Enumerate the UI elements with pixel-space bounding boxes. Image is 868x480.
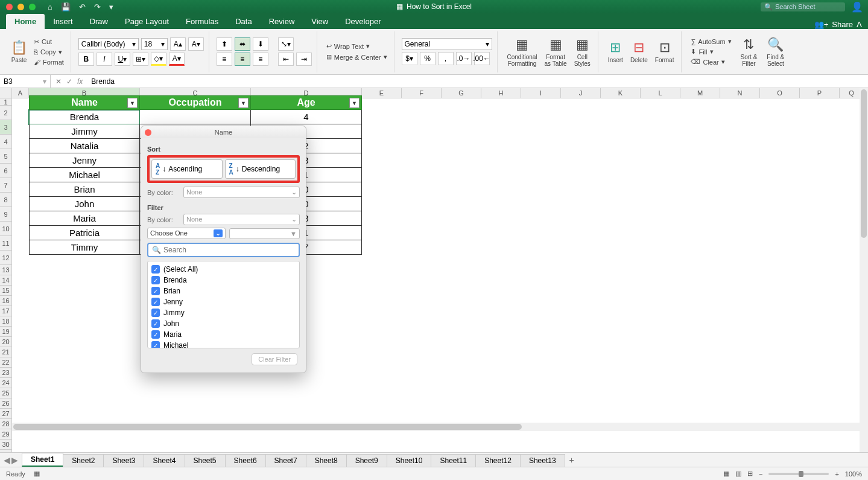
add-sheet-button[interactable]: +	[565, 453, 579, 467]
column-header-A[interactable]: A	[12, 88, 29, 98]
table-cell-name[interactable]: Brian	[29, 182, 140, 197]
table-cell-age[interactable]: 4	[251, 110, 362, 124]
zoom-in-button[interactable]: +	[835, 470, 838, 478]
format-painter-button[interactable]: 🖌 Format	[32, 58, 66, 66]
sheet-tab-sheet6[interactable]: Sheet6	[225, 454, 266, 467]
fx-icon[interactable]: fx	[77, 77, 83, 86]
row-header-1[interactable]: 1	[0, 98, 12, 106]
column-header-E[interactable]: E	[362, 88, 402, 98]
table-cell-name[interactable]: Jimmy	[29, 124, 140, 139]
filter-item[interactable]: ✓Jimmy	[151, 307, 296, 318]
column-header-N[interactable]: N	[720, 88, 760, 98]
column-header-H[interactable]: H	[481, 88, 521, 98]
view-pagebreak-icon[interactable]: ⊞	[747, 470, 753, 478]
format-cells-button[interactable]: ⊡Format	[653, 39, 677, 65]
row-header-11[interactable]: 11	[0, 236, 12, 251]
row-header-17[interactable]: 17	[0, 306, 12, 316]
sheet-tab-sheet8[interactable]: Sheet8	[306, 454, 347, 467]
table-cell-name[interactable]: Maria	[29, 211, 140, 226]
checkbox-icon[interactable]: ✓	[151, 287, 160, 295]
currency-button[interactable]: $▾	[402, 52, 417, 65]
horizontal-scrollbar[interactable]	[12, 423, 860, 431]
filter-item[interactable]: ✓Michael	[151, 340, 296, 348]
maximize-icon[interactable]	[29, 4, 36, 10]
increase-indent-button[interactable]: ⇥	[296, 53, 312, 66]
column-header-L[interactable]: L	[641, 88, 680, 98]
underline-button[interactable]: U▾	[115, 53, 130, 66]
row-header-28[interactable]: 28	[0, 419, 12, 429]
sheet-tab-sheet12[interactable]: Sheet12	[475, 454, 521, 467]
zoom-slider[interactable]	[768, 473, 829, 475]
row-header-20[interactable]: 20	[0, 337, 12, 347]
increase-decimal-button[interactable]: .0→	[456, 52, 472, 65]
sheet-tab-sheet1[interactable]: Sheet1	[22, 453, 63, 467]
increase-font-button[interactable]: A▴	[170, 37, 186, 51]
formula-input[interactable]: Brenda	[87, 77, 868, 86]
merge-center-button[interactable]: ⊞ Merge & Center ▾	[325, 53, 389, 62]
minimize-icon[interactable]	[17, 4, 24, 10]
table-cell-name[interactable]: Michael	[29, 168, 140, 182]
insert-cells-button[interactable]: ⊞Insert	[606, 39, 626, 65]
tab-review[interactable]: Review	[261, 14, 303, 29]
row-header-14[interactable]: 14	[0, 275, 12, 286]
row-header-16[interactable]: 16	[0, 296, 12, 306]
sheet-tab-sheet3[interactable]: Sheet3	[103, 454, 144, 467]
name-box[interactable]: B3▾	[0, 75, 51, 88]
undo-icon[interactable]: ↶	[79, 2, 86, 11]
table-cell-name[interactable]: Brenda	[29, 110, 140, 124]
row-header-2[interactable]: 2	[0, 106, 12, 120]
row-header-23[interactable]: 23	[0, 368, 12, 378]
row-header-6[interactable]: 6	[0, 164, 12, 178]
row-header-10[interactable]: 10	[0, 222, 12, 236]
column-header-I[interactable]: I	[521, 88, 561, 98]
italic-button[interactable]: I	[97, 53, 112, 66]
align-bottom-button[interactable]: ⬇	[253, 37, 268, 51]
row-header-12[interactable]: 12	[0, 251, 12, 265]
row-header-18[interactable]: 18	[0, 316, 12, 327]
table-cell-name[interactable]: Patricia	[29, 226, 140, 240]
checkbox-icon[interactable]: ✓	[151, 319, 160, 328]
checkbox-icon[interactable]: ✓	[151, 330, 160, 339]
row-header-26[interactable]: 26	[0, 398, 12, 409]
cancel-icon[interactable]: ✕	[55, 77, 62, 86]
fill-color-button[interactable]: ◇▾	[151, 53, 166, 66]
sheet-tab-sheet5[interactable]: Sheet5	[185, 454, 226, 467]
filter-item[interactable]: ✓Jenny	[151, 296, 296, 307]
borders-button[interactable]: ⊞▾	[133, 53, 148, 66]
tab-view[interactable]: View	[303, 14, 337, 29]
sheet-tab-sheet11[interactable]: Sheet11	[431, 454, 476, 467]
row-header-8[interactable]: 8	[0, 193, 12, 207]
row-header-19[interactable]: 19	[0, 327, 12, 337]
font-color-button[interactable]: A▾	[169, 53, 185, 66]
column-header-M[interactable]: M	[680, 88, 720, 98]
table-cell-occupation[interactable]	[140, 110, 251, 124]
user-icon[interactable]: 👤	[851, 1, 863, 13]
decrease-decimal-button[interactable]: .00←	[474, 52, 490, 65]
vertical-scrollbar[interactable]	[860, 88, 868, 459]
row-header-9[interactable]: 9	[0, 207, 12, 222]
sheet-tab-sheet10[interactable]: Sheet10	[387, 454, 432, 467]
format-as-table-button[interactable]: ▦Format as Table	[542, 36, 569, 68]
tab-draw[interactable]: Draw	[81, 14, 116, 29]
select-all-corner[interactable]	[0, 88, 12, 98]
collapse-ribbon-icon[interactable]: ᐱ	[857, 20, 862, 29]
sort-bycolor-select[interactable]: None⌄	[183, 187, 300, 198]
column-header-K[interactable]: K	[601, 88, 641, 98]
macro-icon[interactable]: ▦	[34, 470, 40, 478]
share-button[interactable]: Share	[832, 20, 853, 29]
table-cell-name[interactable]: Natalia	[29, 139, 140, 153]
row-header-21[interactable]: 21	[0, 347, 12, 357]
delete-cells-button[interactable]: ⊟Delete	[628, 39, 650, 65]
sheet-tab-sheet13[interactable]: Sheet13	[520, 454, 565, 467]
align-left-button[interactable]: ≡	[217, 53, 232, 66]
filter-button-age[interactable]: ▼	[349, 98, 360, 108]
sheet-tab-sheet4[interactable]: Sheet4	[144, 454, 185, 467]
row-header-13[interactable]: 13	[0, 265, 12, 275]
filter-button-occupation[interactable]: ▼	[238, 98, 249, 108]
filter-bycolor-select[interactable]: None⌄	[183, 214, 300, 225]
filter-search-input[interactable]: 🔍	[147, 243, 300, 257]
row-header-29[interactable]: 29	[0, 429, 12, 440]
row-header-3[interactable]: 3	[0, 120, 12, 135]
row-header-25[interactable]: 25	[0, 388, 12, 398]
filter-value-select[interactable]: ▼	[229, 228, 300, 239]
